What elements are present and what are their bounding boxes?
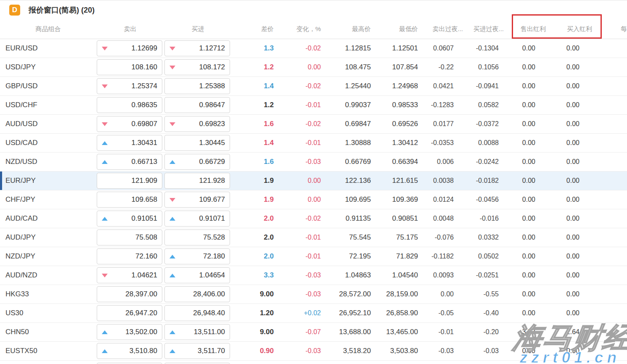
sell-price-box[interactable]: 75.508 xyxy=(97,229,162,245)
quote-row[interactable]: EUR/USD1.126991.127121.3-0.021.128151.12… xyxy=(0,39,627,58)
quote-row[interactable]: AUD/CAD0.910510.910712.0-0.020.911350.90… xyxy=(0,209,627,228)
buy-dividend-value: 0.00 xyxy=(535,347,579,355)
sell-price-box[interactable]: 108.160 xyxy=(97,59,162,75)
col-header-buy-dividend[interactable]: 买入红利 xyxy=(548,25,592,33)
quote-row[interactable]: US3026,947.2026,948.401.20+0.0226,952.10… xyxy=(0,304,627,323)
quote-row[interactable]: GBP/USD1.253741.253881.4-0.021.254401.24… xyxy=(0,77,627,96)
sell-dividend-value: 0.00 xyxy=(499,272,535,279)
buy-price-box[interactable]: 26,948.40 xyxy=(164,305,230,321)
quote-row[interactable]: AUD/NZD1.046211.046543.3-0.031.048631.04… xyxy=(0,266,627,285)
up-arrow-icon xyxy=(169,349,175,353)
buy-swap-value: 0.0332 xyxy=(454,234,499,241)
buy-price-box-value: 0.66729 xyxy=(199,158,225,166)
sell-price-box[interactable]: 28,397.00 xyxy=(97,286,162,302)
sell-price-box[interactable]: 3,510.80 xyxy=(97,343,162,359)
change-value: -0.01 xyxy=(274,253,321,260)
sell-price-box[interactable]: 1.30431 xyxy=(97,135,162,151)
quote-row[interactable]: NZD/JPY72.16072.1802.0-0.0172.19571.829-… xyxy=(0,247,627,266)
down-arrow-icon xyxy=(169,47,175,50)
buy-dividend-value: 0.00 xyxy=(535,101,579,109)
quote-row[interactable]: NZD/USD0.667130.667291.6-0.030.667690.66… xyxy=(0,153,627,171)
col-header-spread[interactable]: 差价 xyxy=(232,25,274,33)
buy-price-box[interactable]: 1.25388 xyxy=(164,78,230,94)
symbol-label: CHN50 xyxy=(0,328,96,336)
sell-price-box[interactable]: 0.91051 xyxy=(97,211,162,227)
sell-price-box-value: 26,947.20 xyxy=(125,309,157,317)
col-header-buy-swap[interactable]: 买进过夜... xyxy=(459,25,504,33)
symbol-label: EUR/USD xyxy=(0,44,96,53)
quote-row[interactable]: EUR/JPY121.909121.9281.90.00122.136121.6… xyxy=(0,171,627,190)
buy-price-box[interactable]: 0.66729 xyxy=(164,154,230,170)
col-header-sell-swap[interactable]: 卖出过夜... xyxy=(427,25,463,33)
sell-price-box[interactable]: 0.66713 xyxy=(97,154,162,170)
col-header-high[interactable]: 最高价 xyxy=(321,25,371,33)
buy-price-box[interactable]: 3,511.70 xyxy=(164,343,230,359)
sell-price-box[interactable]: 109.658 xyxy=(97,192,162,208)
spread-value: 2.0 xyxy=(232,233,274,242)
quote-row[interactable]: EUSTX503,510.803,511.700.90-0.033,518.20… xyxy=(0,342,627,361)
col-header-low[interactable]: 最低价 xyxy=(371,25,418,33)
quote-row[interactable]: AUD/JPY75.50875.5282.0-0.0175.54575.175-… xyxy=(0,228,627,247)
buy-price-box[interactable]: 0.69823 xyxy=(164,116,230,132)
sell-swap-value: 0.0048 xyxy=(418,215,454,222)
high-value: 75.545 xyxy=(321,233,371,242)
spread-value: 9.00 xyxy=(232,328,274,336)
buy-price-box[interactable]: 109.677 xyxy=(164,192,230,208)
sell-price-box[interactable]: 1.04621 xyxy=(97,267,162,283)
buy-price-box[interactable]: 75.528 xyxy=(164,229,230,245)
buy-price-box[interactable]: 1.04654 xyxy=(164,267,230,283)
sell-dividend-value: 0.00 xyxy=(499,82,535,90)
sell-swap-value: 0.0607 xyxy=(418,45,454,52)
quote-row[interactable]: CHF/JPY109.658109.6771.90.00109.695109.3… xyxy=(0,190,627,209)
up-arrow-icon xyxy=(102,349,108,353)
sell-price-box-value: 121.909 xyxy=(132,177,157,185)
quote-row[interactable]: CHN5013,502.0013,511.009.00-0.0713,688.0… xyxy=(0,323,627,342)
col-header-symbol[interactable]: 商品组合 xyxy=(0,25,96,33)
symbol-label: AUD/NZD xyxy=(0,271,96,280)
sell-price-box[interactable]: 0.98635 xyxy=(97,97,162,113)
col-header-buy[interactable]: 买进 xyxy=(164,25,232,33)
quote-row[interactable]: AUD/USD0.698070.698231.6-0.020.698470.69… xyxy=(0,115,627,134)
sell-dividend-value: 0.00 xyxy=(499,63,535,71)
buy-price-box[interactable]: 72.180 xyxy=(164,248,230,264)
spread-value: 3.3 xyxy=(232,271,274,280)
buy-price-box-value: 13,511.00 xyxy=(194,328,225,336)
low-value: 0.69526 xyxy=(371,120,418,128)
col-header-sell-dividend[interactable]: 售出红利 xyxy=(509,25,546,33)
buy-swap-value: 0.0088 xyxy=(454,139,499,147)
symbol-label: HKG33 xyxy=(0,290,96,298)
high-value: 72.195 xyxy=(321,252,371,261)
col-header-sell[interactable]: 卖出 xyxy=(96,25,164,33)
quote-row[interactable]: HKG3328,397.0028,406.009.00-0.0328,572.0… xyxy=(0,285,627,304)
buy-price-box-value: 28,406.00 xyxy=(193,290,225,298)
low-value: 1.04540 xyxy=(371,271,418,280)
sell-dividend-value: 0.00 xyxy=(499,158,535,166)
buy-dividend-value: 0.00 xyxy=(535,158,579,166)
sell-price-box[interactable]: 1.25374 xyxy=(97,78,162,94)
col-header-change[interactable]: 变化，% xyxy=(274,25,321,33)
buy-dividend-value: 0.00 xyxy=(535,253,579,260)
sell-swap-value: -0.05 xyxy=(418,309,454,317)
buy-price-box-value: 1.12712 xyxy=(199,44,225,53)
buy-price-box[interactable]: 121.928 xyxy=(164,173,230,189)
quote-row[interactable]: USD/JPY108.160108.1721.20.00108.475107.8… xyxy=(0,58,627,77)
window-titlebar: D 报价窗口(简易)(20) xyxy=(0,0,627,20)
buy-price-box[interactable]: 28,406.00 xyxy=(164,286,230,302)
sell-price-box[interactable]: 26,947.20 xyxy=(97,305,162,321)
buy-price-box[interactable]: 0.91071 xyxy=(164,211,230,227)
quote-row[interactable]: USD/CAD1.304311.304451.4-0.011.308881.30… xyxy=(0,134,627,153)
sell-price-box[interactable]: 72.160 xyxy=(97,248,162,264)
buy-price-box[interactable]: 13,511.00 xyxy=(164,324,230,340)
buy-price-box[interactable]: 0.98647 xyxy=(164,97,230,113)
high-value: 0.66769 xyxy=(321,158,371,166)
buy-price-box[interactable]: 1.30445 xyxy=(164,135,230,151)
sell-price-box[interactable]: 13,502.00 xyxy=(97,324,162,340)
quote-row[interactable]: USD/CHF0.986350.986471.2-0.010.990370.98… xyxy=(0,96,627,115)
sell-price-box[interactable]: 121.909 xyxy=(97,173,162,189)
symbol-label: AUD/CAD xyxy=(0,214,96,223)
buy-price-box[interactable]: 108.172 xyxy=(164,59,230,75)
sell-price-box[interactable]: 0.69807 xyxy=(97,116,162,132)
sell-price-box[interactable]: 1.12699 xyxy=(97,40,162,56)
symbol-label: CHF/JPY xyxy=(0,195,96,204)
buy-price-box[interactable]: 1.12712 xyxy=(164,40,230,56)
